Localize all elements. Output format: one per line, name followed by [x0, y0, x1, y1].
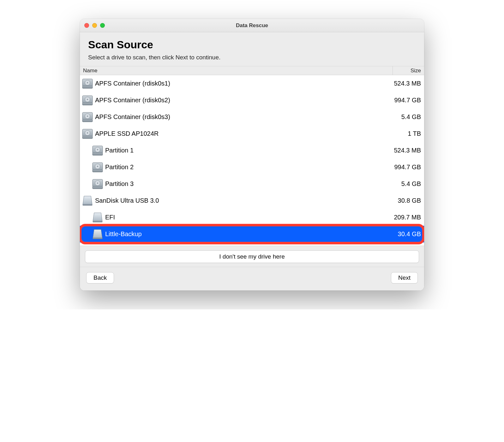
- drive-row[interactable]: APFS Container (rdisk0s2)994.7 GB: [80, 92, 424, 109]
- drive-name: APPLE SSD AP1024R: [95, 130, 383, 137]
- drive-size: 994.7 GB: [383, 164, 421, 171]
- drive-name: APFS Container (rdisk0s2): [95, 97, 383, 104]
- svg-point-2: [87, 82, 88, 83]
- svg-point-26: [97, 182, 98, 184]
- svg-rect-7: [82, 103, 93, 105]
- svg-rect-29: [93, 221, 102, 222]
- drive-size: 5.4 GB: [383, 180, 421, 188]
- back-button[interactable]: Back: [86, 272, 114, 284]
- drive-name: APFS Container (rdisk0s3): [95, 113, 383, 121]
- internal-drive-icon: [90, 161, 105, 174]
- app-window: Data Rescue Scan Source Select a drive t…: [80, 19, 424, 290]
- svg-point-22: [97, 166, 98, 167]
- column-headers: Name Size: [80, 66, 424, 75]
- drive-name: EFI: [105, 214, 383, 221]
- svg-rect-15: [82, 136, 93, 139]
- drive-row[interactable]: Partition 1524.3 MB: [80, 142, 424, 159]
- drive-row[interactable]: APPLE SSD AP1024R1 TB: [80, 125, 424, 142]
- svg-rect-27: [93, 186, 103, 189]
- drive-size: 524.3 MB: [383, 80, 421, 87]
- external-drive-icon: [90, 228, 105, 241]
- drive-name: Partition 1: [105, 147, 383, 154]
- drive-size: 30.8 GB: [383, 197, 421, 204]
- internal-drive-icon: [80, 94, 95, 107]
- titlebar: Data Rescue: [80, 19, 424, 32]
- external-drive-icon: [90, 211, 105, 224]
- drive-row[interactable]: Little-Backup30.4 GB: [80, 226, 424, 242]
- svg-rect-23: [93, 170, 103, 172]
- window-controls: [84, 23, 105, 28]
- drive-size: 209.7 MB: [383, 214, 421, 221]
- svg-point-14: [87, 132, 88, 134]
- next-button[interactable]: Next: [391, 272, 418, 284]
- drive-size: 30.4 GB: [383, 230, 421, 238]
- svg-point-10: [87, 116, 88, 117]
- drive-row[interactable]: SanDisk Ultra USB 3.030.8 GB: [80, 192, 424, 209]
- drive-row[interactable]: APFS Container (rdisk0s1)524.3 MB: [80, 75, 424, 92]
- drive-row[interactable]: EFI209.7 MB: [80, 209, 424, 226]
- internal-drive-icon: [90, 144, 105, 157]
- drive-name: Partition 3: [105, 180, 383, 188]
- drive-name: Little-Backup: [105, 230, 383, 238]
- maximize-window-button[interactable]: [100, 23, 105, 28]
- svg-point-18: [97, 149, 98, 150]
- drive-list: APFS Container (rdisk0s1)524.3 MB APFS C…: [80, 75, 424, 246]
- drive-size: 994.7 GB: [383, 97, 421, 104]
- drive-row[interactable]: APFS Container (rdisk0s3)5.4 GB: [80, 109, 424, 125]
- svg-rect-30: [93, 238, 102, 239]
- close-window-button[interactable]: [84, 23, 89, 28]
- column-header-size[interactable]: Size: [393, 66, 424, 75]
- external-drive-icon: [80, 194, 95, 207]
- page-subtitle: Select a drive to scan, then click Next …: [88, 54, 416, 61]
- drive-name: Partition 2: [105, 164, 383, 171]
- drive-row[interactable]: Partition 2994.7 GB: [80, 159, 424, 176]
- internal-drive-icon: [80, 110, 95, 124]
- svg-rect-3: [82, 86, 93, 88]
- drive-name: APFS Container (rdisk0s1): [95, 80, 383, 87]
- svg-rect-19: [93, 153, 103, 155]
- drive-row[interactable]: Partition 35.4 GB: [80, 176, 424, 192]
- svg-rect-11: [82, 119, 93, 122]
- drive-size: 524.3 MB: [383, 147, 421, 154]
- drive-not-listed-button[interactable]: I don't see my drive here: [85, 250, 419, 263]
- drive-size: 5.4 GB: [383, 113, 421, 121]
- page-header: Scan Source Select a drive to scan, then…: [80, 32, 424, 66]
- drive-size: 1 TB: [383, 130, 421, 137]
- window-title: Data Rescue: [80, 22, 424, 29]
- column-header-name[interactable]: Name: [80, 68, 393, 74]
- minimize-window-button[interactable]: [92, 23, 97, 28]
- internal-drive-icon: [80, 77, 95, 90]
- svg-point-6: [87, 99, 88, 100]
- page-title: Scan Source: [88, 39, 416, 51]
- footer: I don't see my drive here Back Next: [80, 246, 424, 290]
- internal-drive-icon: [90, 177, 105, 191]
- drive-name: SanDisk Ultra USB 3.0: [95, 197, 383, 204]
- internal-drive-icon: [80, 127, 95, 140]
- svg-rect-28: [83, 204, 92, 206]
